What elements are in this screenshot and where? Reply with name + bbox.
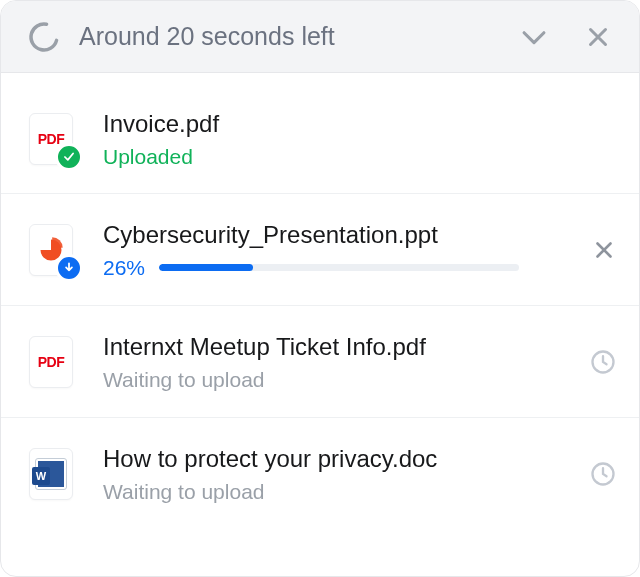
file-icon <box>23 222 79 278</box>
pdf-icon: PDF <box>38 354 65 370</box>
status-label: Waiting to upload <box>103 480 265 504</box>
pending-indicator <box>589 348 617 376</box>
clock-icon <box>589 460 617 488</box>
progress-fill <box>159 264 253 271</box>
status-label: Uploaded <box>103 145 193 169</box>
chevron-down-icon <box>517 20 551 54</box>
collapse-button[interactable] <box>517 20 551 54</box>
svg-point-0 <box>28 21 60 53</box>
pending-indicator <box>589 460 617 488</box>
upload-list: PDF Invoice.pdf Uploaded <box>1 73 639 530</box>
close-icon <box>591 237 617 263</box>
close-icon <box>583 22 613 52</box>
upload-row: PDF Invoice.pdf Uploaded <box>1 73 639 194</box>
clock-icon <box>589 348 617 376</box>
file-icon: PDF <box>23 111 79 167</box>
upload-row: W How to protect your privacy.doc Waitin… <box>1 418 639 530</box>
header-title: Around 20 seconds left <box>79 22 517 51</box>
status-label: 26% <box>103 256 145 280</box>
check-badge-icon <box>55 143 83 171</box>
spinner-icon <box>27 20 61 54</box>
close-dialog-button[interactable] <box>583 22 613 52</box>
upload-row: PDF Internxt Meetup Ticket Info.pdf Wait… <box>1 306 639 418</box>
progress-bar <box>159 264 519 271</box>
doc-icon: W <box>36 459 66 489</box>
dialog-header: Around 20 seconds left <box>1 1 639 73</box>
file-icon: PDF <box>23 334 79 390</box>
file-name: Cybersecurity_Presentation.ppt <box>103 220 573 250</box>
file-name: How to protect your privacy.doc <box>103 444 571 474</box>
file-icon: W <box>23 446 79 502</box>
cancel-upload-button[interactable] <box>591 237 617 263</box>
status-label: Waiting to upload <box>103 368 265 392</box>
upload-dialog: Around 20 seconds left PDF <box>0 0 640 577</box>
download-badge-icon <box>55 254 83 282</box>
upload-row: Cybersecurity_Presentation.ppt 26% <box>1 194 639 306</box>
file-name: Internxt Meetup Ticket Info.pdf <box>103 332 571 362</box>
file-name: Invoice.pdf <box>103 109 617 139</box>
